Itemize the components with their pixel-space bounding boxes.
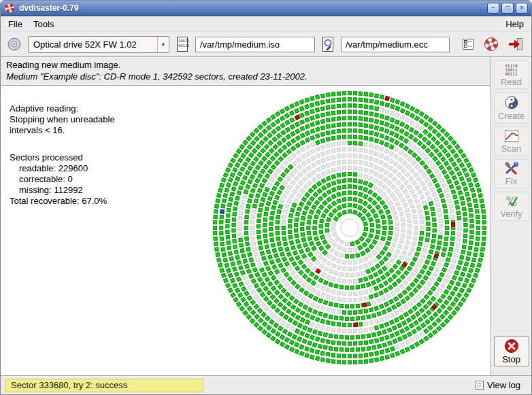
ecc-file-icon: [321, 36, 335, 52]
read-button[interactable]: 01110 10011 00111 Read: [494, 61, 529, 89]
sectors-correctable: correctable: 0: [10, 174, 115, 185]
preferences-icon: [461, 37, 475, 51]
read-binary-icon: 01110 10011 00111: [505, 64, 517, 76]
quit-button[interactable]: [506, 35, 525, 53]
drive-selector-dropdown[interactable]: Optical drive 52X FW 1.02 ▼: [28, 36, 169, 53]
fix-button-label: Fix: [505, 176, 517, 186]
main-pane: Reading new medium image. Medium "Exampl…: [1, 57, 491, 375]
stop-icon: [504, 339, 519, 354]
toolbar: Optical drive 52X FW 1.02 ▼ 10011 00111: [1, 32, 531, 57]
yin-yang-icon: [504, 95, 519, 110]
sectors-readable: readable: 229600: [10, 163, 115, 174]
svg-text:10011: 10011: [178, 39, 189, 43]
verify-button-label: Verify: [500, 209, 522, 219]
content-area: Reading new medium image. Medium "Exampl…: [1, 57, 531, 375]
operation-status-line: Reading new medium image.: [6, 60, 485, 70]
window-title: dvdisaster-0.79: [19, 3, 485, 13]
statusbar: Sector 333680, try 2: success View log: [1, 375, 531, 394]
app-icon: [4, 3, 15, 14]
app-window: dvdisaster-0.79 − □ × File Tools Help Op…: [0, 0, 532, 395]
toolbar-right-group: [460, 35, 527, 53]
svg-text:00111: 00111: [178, 44, 189, 48]
titlebar[interactable]: dvdisaster-0.79 − □ ×: [1, 1, 531, 16]
stop-button-label: Stop: [502, 354, 520, 364]
reading-visualization-area: Adaptive reading: Stopping when unreadab…: [1, 86, 491, 375]
scan-button-label: Scan: [501, 143, 522, 154]
iso-path-input[interactable]: [195, 37, 315, 52]
minimize-button[interactable]: −: [487, 3, 499, 14]
tools-icon: [504, 162, 519, 175]
disc-icon: [7, 37, 22, 52]
total-recoverable: Total recoverable: 67.0%: [10, 196, 115, 207]
drive-selector-value: Optical drive 52X FW 1.02: [29, 39, 157, 50]
menubar: File Tools Help: [1, 16, 531, 32]
scan-button[interactable]: Scan: [494, 126, 529, 156]
stop-condition-line1: Stopping when unreadable: [10, 114, 115, 125]
sectors-processed-heading: Sectors processed: [10, 152, 115, 163]
action-sidebar: 01110 10011 00111 Read Create: [491, 57, 531, 375]
create-button-label: Create: [498, 111, 525, 121]
image-file-icon: 10011 00111: [176, 36, 189, 52]
stop-condition-line2: intervals < 16.: [10, 125, 115, 136]
drive-select-button[interactable]: [5, 35, 23, 53]
view-log-label: View log: [487, 380, 520, 390]
read-button-label: Read: [501, 77, 522, 87]
help-button[interactable]: [482, 35, 500, 53]
log-icon: [475, 380, 484, 390]
maximize-button[interactable]: □: [501, 3, 514, 14]
quit-icon: [508, 37, 524, 52]
menu-help[interactable]: Help: [500, 17, 529, 31]
preferences-button[interactable]: [460, 36, 476, 52]
medium-info-line: Medium "Example disc": CD-R mode 1, 3425…: [6, 71, 485, 82]
scan-chart-icon: [504, 129, 519, 143]
stop-button[interactable]: Stop: [494, 336, 529, 366]
ecc-path-input[interactable]: [341, 37, 450, 52]
verify-check-icon: [504, 194, 519, 208]
close-button[interactable]: ×: [516, 3, 528, 14]
verify-button[interactable]: Verify: [494, 192, 529, 221]
sector-status-message: Sector 333680, try 2: success: [5, 379, 203, 392]
lifebuoy-icon: [484, 37, 499, 52]
view-log-button[interactable]: View log: [475, 380, 527, 390]
iso-image-button[interactable]: 10011 00111: [174, 35, 190, 54]
fix-button[interactable]: Fix: [494, 159, 529, 188]
menu-tools[interactable]: Tools: [28, 17, 59, 31]
reading-stats-panel: Adaptive reading: Stopping when unreadab…: [10, 103, 115, 207]
disc-sector-spiral: [208, 86, 491, 369]
ecc-file-button[interactable]: [320, 35, 336, 54]
chevron-down-icon: ▼: [157, 37, 169, 52]
sectors-missing: missing: 112992: [10, 185, 115, 196]
operation-status-panel: Reading new medium image. Medium "Exampl…: [1, 57, 491, 86]
menu-file[interactable]: File: [3, 17, 28, 31]
create-button[interactable]: Create: [494, 92, 529, 123]
adaptive-reading-heading: Adaptive reading:: [10, 103, 115, 114]
